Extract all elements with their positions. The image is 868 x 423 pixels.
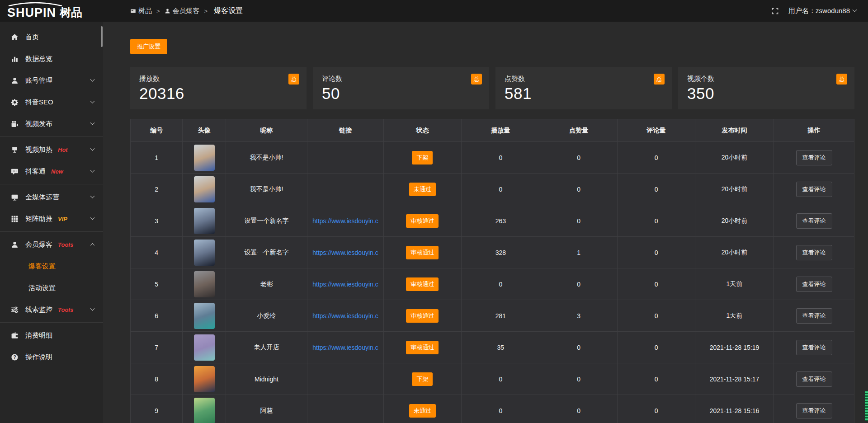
sidebar-item-label: 操作说明	[25, 353, 52, 362]
view-comments-button[interactable]: 查看评论	[796, 213, 832, 229]
video-link[interactable]: https://www.iesdouyin.c	[312, 217, 378, 225]
view-comments-button[interactable]: 查看评论	[796, 277, 832, 292]
cell-nickname: 我不是小帅!	[226, 174, 307, 205]
cell-status: 审核通过	[384, 268, 461, 300]
cell-link	[307, 142, 384, 174]
cell-status: 下架	[384, 363, 461, 395]
sliders-icon	[11, 306, 19, 314]
sidebar-group: 首页数据总览账号管理抖音SEO视频发布	[0, 24, 103, 136]
cell-likes: 1	[540, 237, 618, 268]
sidebar-group: 全媒体运营矩阵助推VIP	[0, 184, 103, 231]
cell-time: 20小时前	[695, 205, 774, 237]
cell-comments: 0	[618, 205, 695, 237]
view-comments-button[interactable]: 查看评论	[796, 150, 832, 165]
sidebar-item-数据总览[interactable]: 数据总览	[0, 48, 103, 70]
cell-index: 9	[131, 395, 183, 423]
sidebar-item-抖音SEO[interactable]: 抖音SEO	[0, 91, 103, 113]
sidebar-group: 会员爆客Tools爆客设置活动设置线索监控Tools	[0, 231, 103, 322]
sidebar-scrollbar-thumb[interactable]	[101, 26, 103, 47]
username-label: 用户名：zswodun88	[788, 7, 850, 15]
table-header-播放量: 播放量	[461, 119, 540, 142]
sidebar-item-线索监控[interactable]: 线索监控Tools	[0, 299, 103, 320]
cell-plays: 281	[461, 300, 540, 332]
view-comments-button[interactable]: 查看评论	[796, 371, 832, 387]
page-scrollbar-marker[interactable]	[865, 391, 868, 421]
sidebar-subitem-爆客设置[interactable]: 爆客设置	[0, 255, 103, 277]
user-menu[interactable]: 用户名：zswodun88	[788, 7, 856, 15]
cell-avatar	[183, 268, 226, 300]
table-row: 5老彬https://www.iesdouyin.c审核通过0001天前查看评论	[131, 268, 854, 300]
sidebar-item-label: 数据总览	[25, 55, 52, 63]
chevron-down-icon	[90, 120, 95, 125]
view-comments-button[interactable]: 查看评论	[796, 403, 832, 418]
video-link[interactable]: https://www.iesdouyin.c	[312, 249, 378, 256]
chevron-down-icon	[853, 7, 857, 12]
video-link[interactable]: https://www.iesdouyin.c	[312, 281, 378, 288]
table-header-评论量: 评论量	[618, 119, 695, 142]
avatar	[194, 303, 215, 329]
cell-status: 未通过	[384, 174, 461, 205]
sidebar-item-视频发布[interactable]: 视频发布	[0, 113, 103, 135]
status-badge: 下架	[412, 151, 433, 164]
stat-card-视频个数: 视频个数350总	[678, 67, 854, 109]
stat-total-badge: 总	[288, 74, 299, 85]
wallet-icon	[11, 332, 19, 339]
topbar: SHUPIN 树品 树品>会员爆客>爆客设置 用户名：zswodun88	[0, 0, 868, 22]
sidebar-item-label: 抖客通	[25, 167, 46, 176]
cell-plays: 0	[461, 363, 540, 395]
view-comments-button[interactable]: 查看评论	[796, 182, 832, 197]
sidebar-item-抖客通[interactable]: 抖客通New	[0, 160, 103, 182]
cell-status: 审核通过	[384, 300, 461, 332]
chevron-up-icon	[90, 243, 95, 247]
stat-total-badge: 总	[654, 74, 665, 85]
cell-status: 审核通过	[384, 205, 461, 237]
cell-nickname: 设置一个新名字	[226, 237, 307, 268]
cell-comments: 0	[618, 363, 695, 395]
promo-settings-button[interactable]: 推广设置	[130, 39, 167, 54]
stat-label: 播放数	[139, 75, 297, 83]
cell-nickname: 我不是小帅!	[226, 142, 307, 174]
sidebar-item-tag: VIP	[58, 216, 67, 222]
sidebar-item-会员爆客[interactable]: 会员爆客Tools	[0, 234, 103, 255]
cell-comments: 0	[618, 174, 695, 205]
cell-link: https://www.iesdouyin.c	[307, 332, 384, 363]
video-link[interactable]: https://www.iesdouyin.c	[312, 312, 378, 320]
cell-action: 查看评论	[774, 205, 854, 237]
cell-index: 3	[131, 205, 183, 237]
sidebar-item-操作说明[interactable]: ?操作说明	[0, 346, 103, 368]
logo-arc-icon	[6, 2, 64, 6]
logo-text-en: SHUPIN	[7, 3, 56, 19]
view-comments-button[interactable]: 查看评论	[796, 308, 832, 324]
sidebar-item-label: 视频加热	[25, 146, 52, 154]
view-comments-button[interactable]: 查看评论	[796, 340, 832, 355]
cell-index: 2	[131, 174, 183, 205]
sidebar-item-全媒体运营[interactable]: 全媒体运营	[0, 186, 103, 208]
view-comments-button[interactable]: 查看评论	[796, 245, 832, 260]
cell-time: 1天前	[695, 300, 774, 332]
chevron-down-icon	[90, 99, 95, 103]
sidebar-item-label: 消费明细	[25, 331, 52, 340]
stat-card-评论数: 评论数50总	[313, 67, 489, 109]
sidebar-item-矩阵助推[interactable]: 矩阵助推VIP	[0, 208, 103, 230]
stat-label: 视频个数	[687, 75, 845, 83]
sidebar-item-消费明细[interactable]: 消费明细	[0, 324, 103, 346]
cell-avatar	[183, 142, 226, 174]
stat-total-badge: 总	[471, 74, 482, 85]
cell-comments: 0	[618, 332, 695, 363]
cell-avatar	[183, 395, 226, 423]
fullscreen-icon[interactable]	[772, 8, 778, 14]
sidebar-item-首页[interactable]: 首页	[0, 26, 103, 48]
cell-comments: 0	[618, 268, 695, 300]
video-link[interactable]: https://www.iesdouyin.c	[312, 344, 378, 351]
stat-card-点赞数: 点赞数581总	[495, 67, 672, 109]
breadcrumb-item[interactable]: 树品	[130, 7, 152, 15]
cell-likes: 0	[540, 174, 618, 205]
home-icon	[11, 33, 19, 41]
sidebar-item-账号管理[interactable]: 账号管理	[0, 70, 103, 91]
sidebar-subitem-活动设置[interactable]: 活动设置	[0, 277, 103, 299]
stat-value: 50	[322, 85, 480, 103]
table-row: 9阿慧未通过0002021-11-28 15:16查看评论	[131, 395, 854, 423]
sidebar-item-视频加热[interactable]: 视频加热Hot	[0, 139, 103, 160]
cell-avatar	[183, 300, 226, 332]
breadcrumb-item[interactable]: 会员爆客	[165, 7, 200, 15]
